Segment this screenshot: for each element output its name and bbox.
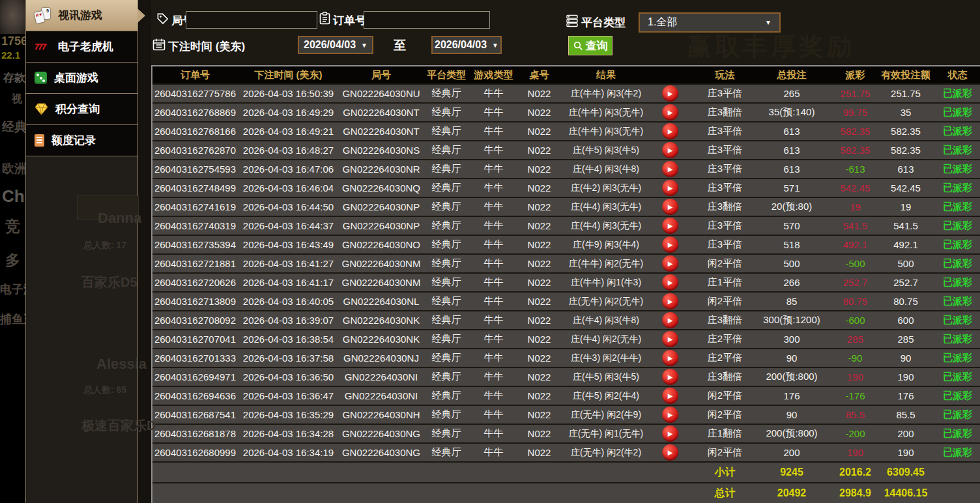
play-video-button[interactable]: ▶ xyxy=(662,444,678,461)
game-type-cell: 牛牛 xyxy=(469,409,518,421)
play-video-button[interactable]: ▶ xyxy=(662,369,678,385)
valid-bet-cell: 582.35 xyxy=(876,145,935,156)
play-video-button[interactable]: ▶ xyxy=(662,161,678,177)
result-text: 庄(牛5) 闲3(牛5) xyxy=(560,371,652,383)
menu-item-credit-records[interactable]: 额度记录 xyxy=(26,125,137,156)
platform-cell: 经典厅 xyxy=(424,201,469,213)
play-video-button[interactable]: ▶ xyxy=(662,350,678,366)
round-no-input[interactable] xyxy=(186,11,317,29)
play-video-button[interactable]: ▶ xyxy=(662,199,678,215)
table-row: 2604031626949712026-04-03 16:36:50GN0222… xyxy=(152,368,980,386)
menu-item-video-games[interactable]: 9K♥ 视讯游戏 xyxy=(26,0,137,31)
table-row: 2604031626818782026-04-03 16:34:28GN0222… xyxy=(152,425,980,442)
game-type-cell: 牛牛 xyxy=(469,446,518,459)
payout-cell: 582.35 xyxy=(834,126,876,137)
result-cell: 庄(牛5) 闲3(牛5)▶ xyxy=(560,369,700,385)
game-type-cell: 牛牛 xyxy=(469,220,518,232)
play-video-button[interactable]: ▶ xyxy=(662,407,678,423)
table-no-cell: N022 xyxy=(518,239,560,250)
round-no-cell: GN022264030NS xyxy=(339,145,424,156)
platform-cell: 经典厅 xyxy=(424,125,469,137)
side-menu: 9K♥ 视讯游戏 777 电子老虎机 桌面游戏 积分查询 额度记录 Danna … xyxy=(25,0,138,503)
round-no-cell: GN022264030NP xyxy=(339,220,424,231)
payout-cell: 251.75 xyxy=(834,88,876,99)
table-no-cell: N022 xyxy=(518,277,560,288)
records-table-header: 订单号 下注时间 (美东) 局号 平台类型 游戏类型 桌号 结果 玩法 总投注 … xyxy=(152,66,980,83)
col-header: 局号 xyxy=(339,69,424,81)
background-balance: 1756 xyxy=(1,35,27,48)
play-video-button[interactable]: ▶ xyxy=(662,331,678,347)
play-video-button[interactable]: ▶ xyxy=(662,104,678,121)
payout-cell: 285 xyxy=(834,334,876,345)
payout-cell: 80.75 xyxy=(834,296,876,307)
payout-cell: 85.5 xyxy=(834,409,876,420)
order-no-cell: 260403162740319 xyxy=(152,220,238,231)
play-video-button[interactable]: ▶ xyxy=(662,293,678,309)
status-cell: 已派彩 xyxy=(935,409,980,421)
order-no-input[interactable] xyxy=(364,11,490,29)
background-dealer2-name: Alessia xyxy=(96,356,147,373)
play-video-button[interactable]: ▶ xyxy=(662,218,678,234)
result-cell: 庄(无牛) 闲2(牛9)▶ xyxy=(560,407,700,423)
game-type-cell: 牛牛 xyxy=(469,371,518,383)
result-cell: 庄(牛牛) 闲2(无牛)▶ xyxy=(560,255,700,272)
total-row: 总计 20492 2984.9 14406.15 xyxy=(152,483,980,503)
play-video-button[interactable]: ▶ xyxy=(662,388,678,404)
play-method-cell: 闲2平倍 xyxy=(700,390,749,402)
payout-cell: 582.35 xyxy=(834,145,876,156)
menu-item-label: 电子老虎机 xyxy=(58,39,113,54)
result-text: 庄(牛牛) 闲3(无牛) xyxy=(560,107,652,119)
play-video-button[interactable]: ▶ xyxy=(662,255,678,272)
round-no-cell: GN022264030NK xyxy=(339,315,424,326)
round-no-cell: GN022264030NK xyxy=(339,334,424,345)
date-to-button[interactable]: 2026/04/03 ▼ xyxy=(431,36,502,54)
table-no-cell: N022 xyxy=(518,201,560,212)
play-video-button[interactable]: ▶ xyxy=(662,312,678,328)
play-method-cell: 庄3平倍 xyxy=(700,125,749,137)
bet-time-cell: 2026-04-03 16:34:19 xyxy=(238,447,339,458)
total-bet-cell: 200 xyxy=(749,447,834,458)
subtotal-payout: 2016.2 xyxy=(834,467,876,478)
background-multi-label: 多 xyxy=(5,250,20,270)
menu-item-points-query[interactable]: 积分查询 xyxy=(26,94,137,125)
round-no-cell: GN022264030NT xyxy=(339,107,424,118)
total-bet-cell: 571 xyxy=(749,182,834,194)
menu-item-slots[interactable]: 777 电子老虎机 xyxy=(26,31,137,63)
play-method-cell: 庄3翻倍 xyxy=(700,314,749,326)
menu-item-label: 桌面游戏 xyxy=(54,70,98,85)
background-deposit-label: 存款 xyxy=(3,70,25,85)
play-video-button[interactable]: ▶ xyxy=(662,425,678,442)
platform-type-select[interactable]: 1.全部 ▼ xyxy=(639,12,781,33)
col-header: 总投注 xyxy=(749,69,834,81)
order-no-cell: 260403162768869 xyxy=(152,107,238,118)
play-video-button[interactable]: ▶ xyxy=(662,180,678,196)
bet-time-label: 下注时间 (美东) xyxy=(168,39,245,54)
total-valid-bet: 14406.15 xyxy=(876,487,935,499)
play-video-button[interactable]: ▶ xyxy=(662,274,678,291)
result-text: 庄(无牛) 闲2(牛2) xyxy=(560,447,652,459)
game-type-cell: 牛牛 xyxy=(469,163,518,175)
game-type-cell: 牛牛 xyxy=(469,201,518,213)
total-payout: 2984.9 xyxy=(834,487,876,499)
bet-time-cell: 2026-04-03 16:38:54 xyxy=(238,334,339,345)
play-video-button[interactable]: ▶ xyxy=(662,85,678,102)
menu-item-table-games[interactable]: 桌面游戏 xyxy=(26,63,137,94)
document-icon xyxy=(35,134,44,147)
background-watermark: 赢取丰厚奖励 xyxy=(687,30,855,63)
chevron-down-icon: ▼ xyxy=(361,42,368,49)
diamond-icon xyxy=(35,103,48,115)
play-video-button[interactable]: ▶ xyxy=(662,237,678,253)
date-from-button[interactable]: 2026/04/03 ▼ xyxy=(298,36,373,54)
valid-bet-cell: 541.5 xyxy=(876,220,935,231)
query-button[interactable]: 查询 xyxy=(568,36,612,55)
valid-bet-cell: 500 xyxy=(876,258,935,269)
bet-time-cell: 2026-04-03 16:35:29 xyxy=(238,409,339,420)
play-method-cell: 庄3平倍 xyxy=(700,182,749,194)
play-video-button[interactable]: ▶ xyxy=(662,123,678,139)
background-europe-label: 欧洲 xyxy=(2,160,27,177)
game-type-cell: 牛牛 xyxy=(469,125,518,137)
play-video-button[interactable]: ▶ xyxy=(662,142,678,158)
order-no-cell: 260403162768166 xyxy=(152,126,238,137)
bet-time-cell: 2026-04-03 16:46:04 xyxy=(238,182,339,194)
platform-cell: 经典厅 xyxy=(424,427,469,440)
